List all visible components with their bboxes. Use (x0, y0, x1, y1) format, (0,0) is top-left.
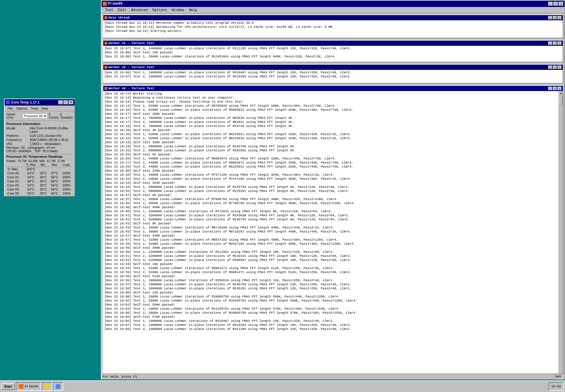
worker2-close-btn[interactable]: ✕ (557, 66, 562, 69)
log-line: [Nov 23 18:51] Test 2, 2200000 Lucas-Leh… (104, 254, 558, 258)
core-max: 60°C (49, 179, 60, 183)
main-thread-icon (104, 16, 107, 19)
worker6-log-container: [Nov 23 18:14] Worker starting[Nov 23 18… (103, 91, 563, 378)
workers-area: Main thread _ □ ✕ [Main thread Nov 23 18… (102, 13, 564, 379)
core-max: 59°C (49, 187, 60, 191)
core-temp: 56°C (24, 179, 38, 183)
cpu-select[interactable]: Processor #0 (22, 113, 48, 119)
status-text: For Help, press F1 (103, 375, 137, 378)
coretemp-menu-help[interactable]: Help (40, 106, 50, 110)
num-indicator: NUM (553, 374, 563, 379)
menu-edit[interactable]: Edit (116, 8, 129, 13)
taskbar-item3[interactable] (53, 382, 63, 391)
core-min: 35°C (38, 171, 49, 175)
core-max: 56°C (49, 183, 60, 187)
worker2-minimize-btn[interactable]: _ (548, 66, 552, 69)
worker2-restore-btn[interactable]: □ (553, 66, 557, 69)
log-line: [Nov 23 19:07] Test 3, 1400000 Lucas-Leh… (104, 46, 558, 50)
coretemp-close-btn[interactable]: ✕ (69, 100, 73, 104)
power-val2: 62.0W (28, 159, 38, 163)
prime95-close-btn[interactable]: ✕ (559, 2, 563, 6)
log-line: [Nov 23 18:45] Test 2, 36000 Lucas-Lehme… (104, 230, 558, 234)
main-thread-restore-btn[interactable]: □ (553, 16, 557, 19)
power-val5: 2.7W (57, 159, 65, 163)
log-line: [Nov 23 18:58] Test 3, 1800000 Lucas-Leh… (104, 286, 558, 291)
log-line: [Nov 23 18:43] Test 1, 36000 Lucas-Lehme… (104, 226, 558, 230)
prime95-minimize-btn[interactable]: _ (548, 2, 553, 6)
col-core (6, 163, 24, 167)
worker1-restore-btn[interactable]: □ (553, 41, 557, 45)
log-line: [Nov 23 18:20] Self-test 4K passed! (104, 128, 558, 132)
log-line: [Nov 23 18:40] Test 1, 3200000 Lucas-Leh… (104, 209, 558, 213)
menu-help[interactable]: Help (186, 8, 200, 13)
worker6-close-btn[interactable]: ✕ (557, 87, 562, 90)
core-table-row: Core #4: 52°C 35°C 59°C 100% (6, 187, 73, 191)
power-val3: N/A (39, 159, 45, 163)
worker1-minimize-btn[interactable]: _ (548, 41, 552, 45)
coretemp-menu-tools[interactable]: Tools (29, 106, 40, 110)
menu-advanced[interactable]: Advanced (129, 8, 150, 13)
worker6-scrollbar[interactable]: ▲ ▼ (559, 91, 563, 378)
core-max: 56°C (49, 175, 60, 179)
threads-label: 6 Thread(s) (60, 113, 73, 119)
log-line: [Nov 23 19:05] Test 2, 26000 Lucas-Lehme… (104, 311, 558, 315)
log-line: [Nov 23 18:41] Test 2, 3200000 Lucas-Leh… (104, 213, 558, 217)
cores-label: 6 Core(s) (49, 113, 59, 119)
core-load: 100% (60, 171, 73, 175)
scrollbar-thumb[interactable] (559, 96, 563, 104)
worker1-close-btn[interactable]: ✕ (557, 41, 562, 45)
taskbar-prime95-item[interactable]: Prime95 (16, 382, 41, 391)
coretemp-title-text: Core Temp 1.17.1 (11, 100, 39, 104)
log-line: [Nov 23 18:30] Test 1, 44000 Lucas-Lehme… (104, 173, 558, 177)
main-thread-titlebar: Main thread _ □ ✕ (103, 15, 563, 20)
log-line: [Nov 23 18:17] Test 1, 7000000 Lucas-Leh… (104, 116, 558, 120)
core-load: 100% (60, 187, 73, 191)
log-line: [Nov 23 18:26] Test 1, 44000 Lucas-Lehme… (104, 157, 558, 161)
coretemp-maximize-btn[interactable]: □ (64, 100, 68, 104)
log-line: [Nov 23 18:37] Self-test 6K passed! (104, 193, 558, 197)
prime95-icon (103, 2, 107, 6)
worker6-minimize-btn[interactable]: _ (548, 87, 552, 90)
scrollbar-up-btn[interactable]: ▲ (559, 91, 563, 95)
log-line: [Nov 23 18:27] Test 2, 44000 Lucas-Lehme… (104, 161, 558, 165)
menu-options[interactable]: Options (150, 8, 169, 13)
taskbar-item2[interactable] (42, 382, 52, 391)
menu-test[interactable]: Test (103, 8, 116, 13)
cpuid-value: 0x906EA (18, 149, 31, 153)
proc-readings-title: Processor #0: Temperature Readings (6, 155, 73, 158)
log-line: [Nov 23 18:14] Beginning a continuous to… (104, 96, 558, 100)
core-min: 35°C (38, 187, 49, 191)
worker6-restore-btn[interactable]: □ (553, 87, 557, 90)
core-min (38, 167, 49, 171)
coretemp-minimize-btn[interactable]: _ (58, 100, 63, 104)
coretemp-menu-file[interactable]: File (6, 106, 15, 110)
log-line: [Nov 23 18:23] Self-test 320K passed! (104, 140, 558, 144)
main-thread-close-btn[interactable]: ✕ (557, 16, 562, 19)
core-table-row: Core #1: 54°C 35°C 56°C 100% (6, 175, 73, 179)
worker6-titlebar: Worker #6 - Torture Test _ □ ✕ (103, 86, 563, 91)
worker2-icon (104, 66, 107, 69)
log-line: [Nov 23 19:06] Test 1, 1400000 Lucas-Leh… (104, 319, 558, 323)
coretemp-menu-options[interactable]: Options (15, 106, 29, 110)
core-load: 100% (60, 183, 73, 187)
main-thread-minimize-btn[interactable]: _ (548, 16, 552, 19)
log-line: [Nov 23 18:56] Test 1, 1800000 Lucas-Leh… (104, 278, 558, 282)
power-val1: 73.7W (17, 159, 27, 163)
core-temp-table: Tj. Max Min. Max Load Tj. Max: 100°C Cor… (6, 163, 73, 195)
vid-modulation-row: VID: 1.0563 v Modulation: (6, 142, 73, 146)
start-button[interactable]: Start (1, 383, 15, 390)
log-line: [Nov 23 19:08] Test 1, 26000 Lucas-Lehme… (104, 55, 558, 59)
coretemp-icon (6, 100, 10, 104)
taskbar-prime95-label: Prime95 (25, 385, 38, 388)
log-line: [Nov 23 18:17] Self-test 288K passed! (104, 112, 558, 116)
scrollbar-track[interactable] (559, 95, 563, 373)
prime95-restore-btn[interactable]: □ (553, 2, 558, 6)
core-temp: 100°C (24, 167, 38, 171)
platform-row: Platform: LGA 1151 (Socket H4) (6, 134, 73, 138)
menu-window[interactable]: Window (169, 8, 186, 13)
core-table-row: Core #5: 55°C 35°C 56°C 100% (6, 191, 73, 195)
main-thread-log: [Main thread Nov 23 18:13] Mersenne numb… (103, 20, 563, 38)
log-line: [Nov 23 18:28] Test 3, 44000 Lucas-Lehme… (104, 165, 558, 169)
log-line: [Nov 23 18:42] Test 3, 3200000 Lucas-Leh… (104, 217, 558, 222)
proc-info-title: Processor Information (6, 122, 73, 126)
